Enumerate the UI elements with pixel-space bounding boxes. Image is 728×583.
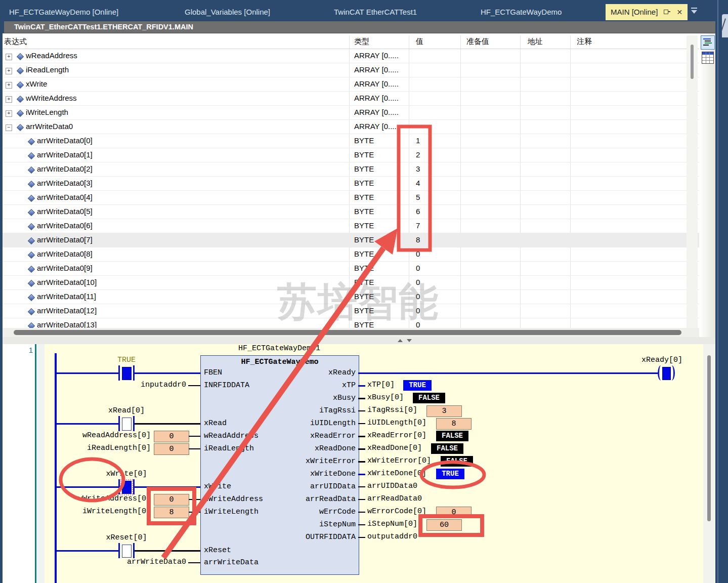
output-value-box[interactable]: 0: [436, 507, 472, 518]
fbd-vertical-scrollbar[interactable]: [703, 344, 715, 583]
table-row[interactable]: arrWriteData0[7]BYTE8: [3, 233, 699, 247]
table-row[interactable]: −arrWriteData0ARRAY [0.....: [3, 120, 699, 134]
fb-output-pin-xready: xReady: [328, 368, 356, 377]
table-horizontal-scrollbar[interactable]: [3, 328, 699, 337]
table-row[interactable]: arrWriteData0[3]BYTE4: [3, 177, 699, 191]
declaration-implementation-splitter[interactable]: [3, 337, 715, 344]
variable-icon: [28, 166, 35, 174]
input-value-box[interactable]: 8: [154, 507, 189, 518]
coil-xready[interactable]: [658, 365, 675, 381]
output-value-box[interactable]: 3: [426, 405, 462, 417]
column-header-4[interactable]: 地址: [528, 35, 543, 49]
output-stub: [358, 398, 365, 399]
table-row[interactable]: +xWriteARRAY [0.....: [3, 77, 699, 92]
table-view-icon[interactable]: [702, 52, 714, 64]
table-row[interactable]: arrWriteData0[9]BYTE0: [3, 262, 699, 276]
table-row[interactable]: arrWriteData0[5]BYTE6: [3, 205, 699, 219]
coil-state-box: [662, 367, 671, 380]
collapse-minus-icon[interactable]: −: [6, 124, 12, 131]
expression-cell: arrWriteData0[7]: [37, 235, 93, 244]
function-block[interactable]: HF_ECTGateWayDemo FBENINRFIDDATAxReadwRe…: [200, 355, 359, 575]
tab-hf-ectgatewaydemo-online-[interactable]: HF_ECTGateWayDemo [Online]: [4, 4, 123, 20]
value-cell: 3: [416, 164, 420, 173]
close-tab-icon[interactable]: ✕: [676, 4, 682, 20]
table-row[interactable]: arrWriteData0[1]BYTE2: [3, 148, 699, 162]
table-row[interactable]: arrWriteData0[4]BYTE5: [3, 191, 699, 205]
tab-overflow-dropdown-icon[interactable]: [688, 6, 701, 17]
value-cell: 1: [416, 136, 420, 145]
contact-true[interactable]: [118, 365, 135, 381]
output-operand-label: iUIDLength[0]: [367, 419, 426, 427]
input-value-box[interactable]: 0: [154, 494, 189, 506]
table-row[interactable]: +wReadAddressARRAY [0.....: [3, 49, 699, 63]
output-value-box[interactable]: 60: [426, 519, 462, 531]
rung-wire-in: [57, 372, 118, 374]
column-header-2[interactable]: 值: [416, 35, 423, 49]
table-vertical-scrollbar[interactable]: [687, 35, 698, 328]
declaration-view-icon[interactable]: [701, 35, 715, 50]
fb-output-pin-istepnum: iStepNum: [319, 520, 356, 529]
contact-bar-left: [118, 479, 120, 494]
tab-main-online-[interactable]: MAIN [Online]✕: [606, 4, 688, 20]
contact-xread-0-[interactable]: [118, 416, 135, 431]
expand-plus-icon[interactable]: +: [6, 82, 12, 89]
table-hscroll-thumb[interactable]: [14, 330, 681, 335]
table-row[interactable]: +wWriteAddressARRAY [0.....: [3, 92, 699, 106]
operand-connector: [189, 499, 200, 500]
contact-state-box: [122, 418, 132, 431]
rung-wire-out: [135, 550, 200, 552]
variable-icon: [28, 280, 35, 287]
fb-output-pin-xreaderror: xReadError: [310, 432, 356, 440]
input-operand-label: wReadAddress[0]: [65, 431, 151, 440]
table-vscroll-thumb[interactable]: [691, 45, 694, 79]
tab-global-variables-online-[interactable]: Global_Variables [Online]: [180, 4, 275, 20]
output-stub: [358, 486, 365, 487]
table-row[interactable]: arrWriteData0[0]BYTE1: [3, 134, 699, 148]
tab-hf-ectgatewaydemo[interactable]: HF_ECTGateWayDemo: [476, 4, 567, 20]
expression-cell: arrWriteData0[0]: [37, 136, 93, 145]
tab-twincat-ethercattest1[interactable]: TwinCAT EtherCATTest1: [329, 4, 422, 20]
expression-cell: wReadAddress: [26, 51, 77, 60]
expand-plus-icon[interactable]: +: [6, 54, 12, 60]
fbd-canvas[interactable]: HF_ECTGateWayDemo1 HF_ECTGateWayDemo FBE…: [45, 344, 703, 583]
left-power-rail: [55, 353, 57, 583]
column-header-1[interactable]: 类型: [354, 35, 369, 49]
rung-wire-in: [57, 486, 118, 488]
fb-input-pin-xwrite: xWrite: [204, 482, 231, 491]
fb-input-pin-ireadlength: iReadLength: [204, 444, 254, 453]
fb-output-pin-xbusy: xBusy: [333, 394, 356, 402]
fbd-vscroll-thumb[interactable]: [707, 355, 711, 521]
expand-plus-icon[interactable]: +: [6, 96, 12, 103]
status-badge-false: FALSE: [441, 456, 473, 467]
column-header-3[interactable]: 准备值: [466, 35, 489, 49]
output-stub: [358, 474, 365, 475]
contact-xwrite-0-[interactable]: [118, 479, 135, 494]
fb-input-pin-inrfiddata: INRFIDDATA: [204, 381, 249, 390]
expand-plus-icon[interactable]: +: [6, 110, 12, 117]
output-stub: [358, 436, 365, 437]
input-operand-label: arrWriteData0: [65, 558, 186, 566]
output-operand-label: wErrorCode[0]: [367, 507, 426, 516]
coil-label: xReady[0]: [641, 356, 682, 364]
table-row[interactable]: +iWriteLengthARRAY [0.....: [3, 106, 699, 120]
contact-xreset-0-[interactable]: [118, 543, 135, 558]
variable-icon: [17, 53, 24, 60]
twincat-window: HF_ECTGateWayDemo [Online]Global_Variabl…: [0, 0, 728, 583]
splitter-up-arrow-icon[interactable]: [398, 339, 403, 342]
column-header-5[interactable]: 注释: [577, 35, 592, 49]
output-stub: [358, 461, 365, 463]
input-value-box[interactable]: 0: [154, 431, 189, 442]
table-row[interactable]: arrWriteData0[2]BYTE3: [3, 162, 699, 177]
column-header-0[interactable]: 表达式: [4, 35, 27, 49]
contact-label: xWrite[0]: [106, 470, 147, 478]
expression-cell: arrWriteData0: [26, 122, 73, 131]
splitter-down-arrow-icon[interactable]: [407, 339, 412, 342]
table-row[interactable]: +iReadLengthARRAY [0.....: [3, 63, 699, 77]
table-row[interactable]: arrWriteData0[6]BYTE7: [3, 219, 699, 233]
input-value-box[interactable]: 0: [154, 443, 189, 455]
input-operand-label: wWriteAddress[0]: [65, 494, 151, 503]
pin-icon[interactable]: [664, 8, 670, 15]
table-row[interactable]: arrWriteData0[8]BYTE0: [3, 247, 699, 262]
output-value-box[interactable]: 8: [436, 418, 472, 430]
expand-plus-icon[interactable]: +: [6, 68, 12, 74]
